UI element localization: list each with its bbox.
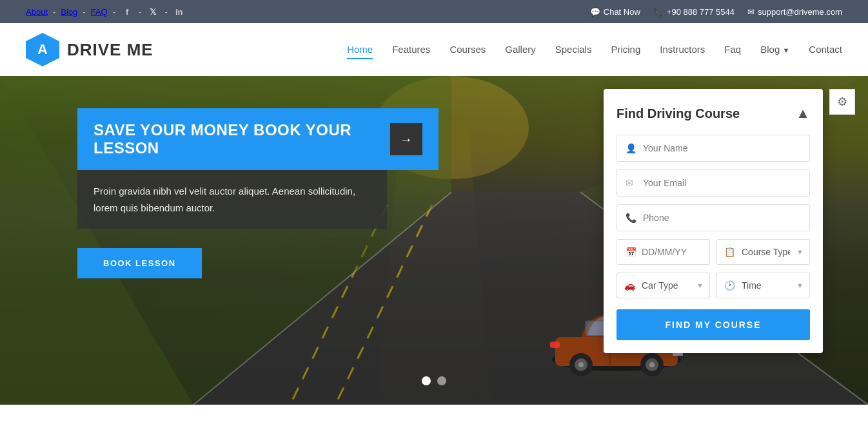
faq-link[interactable]: FAQ [91,7,108,17]
slider-dots [422,376,446,385]
about-link[interactable]: About [26,7,48,17]
course-type-wrapper: 📋 Course Type ▼ [716,239,810,265]
svg-rect-20 [550,342,560,348]
facebook-icon[interactable]: f [121,5,133,18]
envelope-icon: ✉ [626,178,633,188]
svg-point-15 [578,362,584,367]
svg-point-18 [649,362,655,367]
logo[interactable]: A DRIVE ME [26,33,153,66]
top-bar: About - Blog - FAQ - f - 𝕏 - in 💬 Chat N… [0,0,868,23]
chat-icon: 💬 [590,7,600,17]
chat-link[interactable]: 💬 Chat Now [590,7,640,17]
nav-instructors[interactable]: Instructors [660,41,705,59]
car-time-row: 🚗 Car Type ▼ 🕐 Time ▼ [616,273,810,298]
find-course-button[interactable]: FIND MY COURSE [616,309,810,340]
nav-specials[interactable]: Specials [555,41,592,59]
email-link[interactable]: ✉ support@driveme.com [747,7,842,17]
nav-features[interactable]: Features [392,41,430,59]
slider-dot-1[interactable] [422,376,431,385]
settings-button[interactable]: ⚙ [829,89,855,115]
hero-arrow-button[interactable]: → [390,123,422,155]
navbar: A DRIVE ME Home Features Courses Gallery… [0,23,868,76]
nav-links: Home Features Courses Gallery Specials P… [347,41,842,59]
email-field-group: ✉ [616,169,810,197]
card-header: Find Driving Course ▲ [616,105,810,122]
phone-input[interactable] [616,204,810,231]
course-type-select[interactable]: Course Type [716,239,810,265]
time-select[interactable]: Time [716,273,810,298]
nav-home[interactable]: Home [347,41,373,59]
date-course-row: 📅 📋 Course Type ▼ [616,239,810,265]
linkedin-icon[interactable]: in [173,5,186,18]
twitter-icon[interactable]: 𝕏 [146,5,159,18]
slider-dot-2[interactable] [437,376,446,385]
email-input[interactable] [616,169,810,197]
book-lesson-button[interactable]: BOOK LESSON [77,248,202,278]
gear-icon: ⚙ [837,95,847,109]
logo-text: DRIVE ME [67,40,153,60]
nav-blog[interactable]: Blog ▼ [760,41,789,59]
email-input-wrapper: ✉ [616,169,810,197]
nav-courses[interactable]: Courses [449,41,486,59]
phone-link[interactable]: 📞 +90 888 777 5544 [653,7,735,17]
card-logo-icon: ▲ [796,105,810,122]
car-type-select[interactable]: Car Type [616,273,710,298]
car-type-wrapper: 🚗 Car Type ▼ [616,273,710,298]
calendar-icon: 📅 [626,247,636,257]
blog-dropdown-icon: ▼ [782,46,789,54]
nav-faq[interactable]: Faq [724,41,741,59]
hero-banner: SAVE YOUR MONEY BOOK YOUR LESSON → [77,108,439,170]
nav-pricing[interactable]: Pricing [611,41,640,59]
email-icon: ✉ [747,7,755,17]
phone-icon: 📞 [626,213,636,223]
find-course-card: Find Driving Course ▲ 👤 ✉ 📞 [604,89,823,353]
logo-icon: A [26,33,59,66]
phone-input-wrapper: 📞 [616,204,810,231]
hero-section: SAVE YOUR MONEY BOOK YOUR LESSON → Proin… [0,76,868,405]
nav-contact[interactable]: Contact [809,41,842,59]
time-wrapper: 🕐 Time ▼ [716,273,810,298]
blog-link[interactable]: Blog [61,7,77,17]
phone-field-group: 📞 [616,204,810,231]
top-bar-right: 💬 Chat Now 📞 +90 888 777 5544 ✉ support@… [590,7,842,17]
hero-content: SAVE YOUR MONEY BOOK YOUR LESSON → Proin… [77,108,439,278]
name-input-wrapper: 👤 [616,135,810,162]
person-icon: 👤 [626,143,636,153]
hero-description: Proin gravida nibh vel velit auctor aliq… [77,170,387,229]
nav-gallery[interactable]: Gallery [505,41,536,59]
name-input[interactable] [616,135,810,162]
name-field-group: 👤 [616,135,810,162]
card-title: Find Driving Course [616,106,740,121]
date-input-wrapper: 📅 [616,239,710,265]
banner-text: SAVE YOUR MONEY BOOK YOUR LESSON [94,121,377,157]
top-bar-left: About - Blog - FAQ - f - 𝕏 - in [26,5,186,18]
phone-icon: 📞 [653,7,664,17]
